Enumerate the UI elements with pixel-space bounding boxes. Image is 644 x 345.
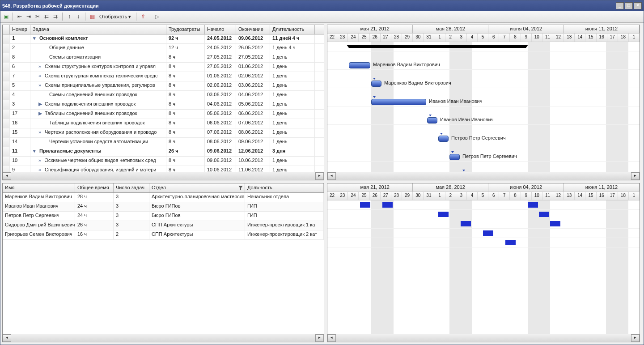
resource-row[interactable]: Маренков Вадим Викторович28 ч3Архитектур… <box>3 193 324 202</box>
timeline-day: 1 <box>629 34 640 42</box>
timeline-day: 28 <box>391 192 402 200</box>
gantt-pane: мая 21, 2012мая 28, 2012июня 04, 2012июн… <box>327 25 640 180</box>
task-bar[interactable] <box>427 117 437 124</box>
col-res-dept[interactable]: Отдел <box>149 183 245 192</box>
task-number: 16 <box>10 119 30 128</box>
resource-bar[interactable] <box>382 202 393 208</box>
task-row[interactable]: 10»Эскизные чертежи общих видов нетиповы… <box>3 157 324 166</box>
res-name: Маренков Вадим Викторович <box>3 193 75 202</box>
resource-row[interactable]: Григорьев Семен Викторович16 ч2СПП Архит… <box>3 230 324 240</box>
cut-icon[interactable]: ✂ <box>34 13 41 20</box>
col-finish[interactable]: Окончание <box>236 25 270 34</box>
task-row[interactable]: 16Таблицы подключения внешних проводок8 … <box>3 119 324 128</box>
gantt-hscroll[interactable]: ◂▸ <box>327 172 640 180</box>
res-hscroll[interactable]: ◂▸ <box>3 334 324 342</box>
task-duration: 1 день <box>270 100 315 109</box>
task-row[interactable]: 17▶Таблицы соединений внешних проводок8 … <box>3 110 324 119</box>
task-finish: 04.06.2012 <box>236 91 270 100</box>
col-duration[interactable]: Длительность <box>270 25 315 34</box>
task-bar[interactable] <box>349 62 370 68</box>
resource-bar[interactable] <box>539 212 549 217</box>
res-gantt-hscroll[interactable]: ◂▸ <box>327 334 640 342</box>
col-start[interactable]: Начало <box>205 25 236 34</box>
task-name: »Схема структурная комплекса технических… <box>30 72 166 81</box>
link-icon: » <box>38 73 44 78</box>
task-row[interactable]: 8Схемы автоматизации8 ч27.05.201227.05.2… <box>3 53 324 63</box>
col-res-total[interactable]: Общее время <box>75 183 114 192</box>
task-table-pane: Номер Задача Трудозатраты Начало Окончан… <box>2 25 324 180</box>
task-row[interactable]: 3▶Схемы подключения внешних проводок8 ч0… <box>3 100 324 110</box>
col-task[interactable]: Задача <box>30 25 166 34</box>
indent-icon[interactable]: ⇉ <box>52 13 59 20</box>
res-total: 28 ч <box>75 193 114 202</box>
timeline-week: мая 28, 2012 <box>413 25 488 33</box>
timeline-day: 23 <box>337 34 348 42</box>
display-dropdown[interactable]: Отображать ▾ <box>97 13 133 21</box>
resource-row[interactable]: Петров Петр Сергеевич24 ч3Бюро ГИПовГИП <box>3 212 324 221</box>
task-row[interactable]: 11▾Прилагаемые документы26 ч09.06.201212… <box>3 147 324 157</box>
timeline-day: 25 <box>359 34 369 42</box>
play-icon[interactable]: ▷ <box>153 13 161 20</box>
timeline-day: 17 <box>607 34 618 42</box>
task-bar[interactable] <box>449 154 460 160</box>
titlebar[interactable]: 548. Разработка рабочей документации _ □… <box>0 0 644 11</box>
indent-right-icon[interactable]: ⇥ <box>25 13 32 20</box>
down-icon[interactable]: ↓ <box>75 13 82 20</box>
resource-row[interactable]: Сидоров Дмитрий Васильевич26 ч3СПП Архит… <box>3 221 324 230</box>
resource-bar[interactable] <box>360 202 370 208</box>
col-res-pos[interactable]: Должность <box>245 183 324 192</box>
resource-row[interactable]: Иванов Иван Иванович24 ч3Бюро ГИПовГИП <box>3 202 324 212</box>
task-row[interactable]: 1▾Основной комплект92 ч24.05.201209.06.2… <box>3 34 324 44</box>
resource-bar[interactable] <box>550 221 560 226</box>
timeline-day: 3 <box>456 34 467 42</box>
timeline-day: 30 <box>413 34 424 42</box>
task-bar[interactable] <box>371 99 426 105</box>
task-row[interactable]: 2Общие данные12 ч24.05.201226.05.20121 д… <box>3 44 324 53</box>
task-finish: 03.06.2012 <box>236 81 270 90</box>
task-row[interactable]: 7»Схема структурная комплекса технически… <box>3 72 324 81</box>
resource-bar[interactable] <box>461 221 471 226</box>
resource-bar[interactable] <box>438 212 449 217</box>
task-hscroll[interactable]: ◂▸ <box>3 172 324 180</box>
res-name: Григорьев Семен Викторович <box>3 230 75 239</box>
task-effort: 92 ч <box>166 34 205 43</box>
task-row[interactable]: 15»Чертежи расположения оборудования и п… <box>3 128 324 138</box>
up-icon[interactable]: ↑ <box>66 13 73 20</box>
res-dept: Архитектурно-планировочная мастерская <box>149 193 245 202</box>
summary-bar[interactable] <box>349 45 526 48</box>
task-effort: 12 ч <box>166 44 205 53</box>
col-effort[interactable]: Трудозатраты <box>166 25 205 34</box>
filter-icon[interactable] <box>238 186 243 190</box>
task-number: 2 <box>10 44 30 53</box>
task-name: ▶Таблицы соединений внешних проводок <box>30 110 166 119</box>
indent-left-icon[interactable]: ⇤ <box>16 13 23 20</box>
col-res-name[interactable]: Имя <box>3 183 75 192</box>
resource-bar[interactable] <box>483 230 493 236</box>
close-button[interactable]: × <box>634 2 642 9</box>
task-effort: 8 ч <box>166 119 205 128</box>
task-row[interactable]: 6»Схемы структурные контуров контроля и … <box>3 63 324 72</box>
new-icon[interactable]: ▣ <box>2 13 9 20</box>
res-total: 16 ч <box>75 230 114 239</box>
outdent-icon[interactable]: ⇇ <box>43 13 50 20</box>
task-duration: 1 день <box>270 91 315 100</box>
resource-bar[interactable] <box>505 240 516 245</box>
task-bar[interactable] <box>371 81 381 87</box>
maximize-button[interactable]: □ <box>625 2 633 9</box>
timeline-day: 14 <box>575 34 585 42</box>
timeline-day: 11 <box>542 192 553 200</box>
timeline-day: 13 <box>564 192 575 200</box>
task-row[interactable]: 4Схемы соединений внешних проводок8 ч03.… <box>3 91 324 100</box>
export-icon[interactable]: ⇪ <box>140 13 147 20</box>
res-name: Сидоров Дмитрий Васильевич <box>3 221 75 230</box>
task-number: 10 <box>10 157 30 166</box>
col-res-count[interactable]: Число задач <box>114 183 149 192</box>
task-row[interactable]: 5»Схемы принципиальные управления, регул… <box>3 81 324 91</box>
col-number[interactable]: Номер <box>10 25 30 34</box>
resource-bar[interactable] <box>528 202 538 208</box>
calendar-icon[interactable]: ▦ <box>89 13 96 20</box>
task-row[interactable]: 14Чертежи установки средств автоматизаци… <box>3 138 324 147</box>
task-effort: 8 ч <box>166 128 205 137</box>
minimize-button[interactable]: _ <box>616 2 624 9</box>
task-bar[interactable] <box>438 136 449 142</box>
